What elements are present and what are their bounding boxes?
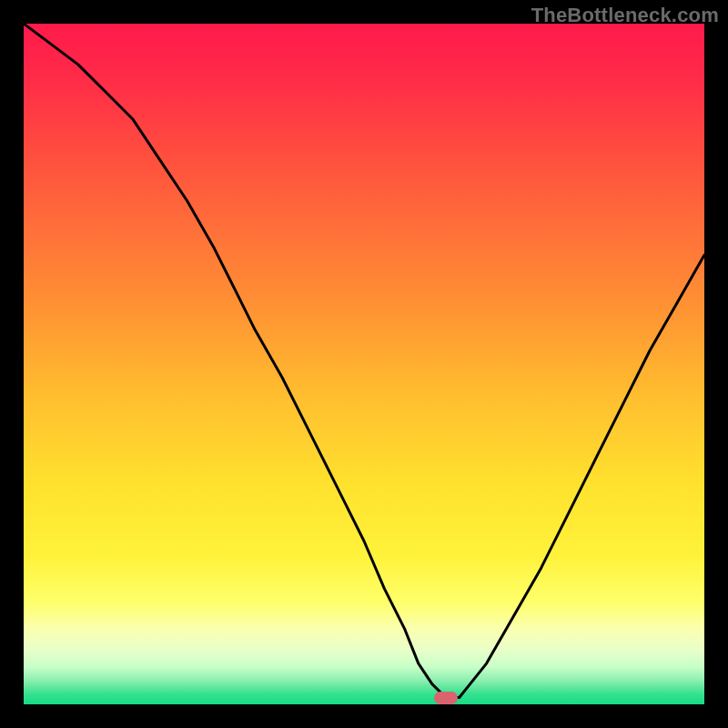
chart-frame: TheBottleneck.com <box>0 0 728 728</box>
bottleneck-curve <box>24 24 704 704</box>
plot-area <box>24 24 704 704</box>
optimum-marker <box>434 692 458 704</box>
